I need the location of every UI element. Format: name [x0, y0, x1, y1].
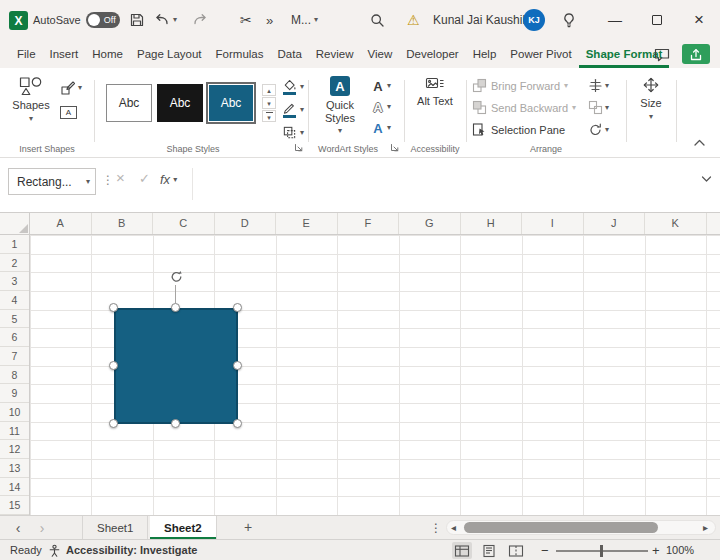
row-header-10[interactable]: 10: [0, 403, 29, 422]
column-header-f[interactable]: F: [338, 213, 400, 234]
resize-handle-e[interactable]: [233, 361, 242, 370]
zoom-out-button[interactable]: −: [541, 543, 549, 558]
send-backward-button[interactable]: Send Backward ▾: [472, 98, 576, 117]
share-button[interactable]: [682, 44, 710, 64]
row-header-8[interactable]: 8: [0, 366, 29, 385]
bring-forward-button[interactable]: Bring Forward ▾: [472, 76, 576, 95]
collapse-ribbon-button[interactable]: [690, 135, 708, 149]
scroll-left-button[interactable]: ◂: [451, 522, 456, 533]
excel-logo-icon[interactable]: X: [9, 11, 28, 30]
column-header-d[interactable]: D: [215, 213, 277, 234]
page-break-view-button[interactable]: [506, 542, 526, 559]
autosave-control[interactable]: AutoSave Off: [33, 12, 120, 28]
add-sheet-button[interactable]: +: [244, 519, 252, 535]
expand-formula-bar-button[interactable]: [701, 175, 712, 183]
row-header-12[interactable]: 12: [0, 440, 29, 459]
column-header-h[interactable]: H: [461, 213, 523, 234]
previous-sheet-button[interactable]: ‹: [8, 517, 28, 539]
autosave-toggle[interactable]: Off: [86, 12, 120, 28]
tab-home[interactable]: Home: [85, 40, 130, 68]
formula-input[interactable]: [193, 166, 694, 202]
column-header-b[interactable]: B: [92, 213, 154, 234]
text-outline-button[interactable]: A ▾: [372, 98, 391, 116]
close-button[interactable]: ×: [682, 0, 716, 40]
row-header-3[interactable]: 3: [0, 272, 29, 291]
size-button[interactable]: Size ▾: [628, 76, 674, 140]
cancel-entry-button[interactable]: ×: [116, 169, 125, 186]
tab-data[interactable]: Data: [271, 40, 309, 68]
sheet-tab-sheet1[interactable]: Sheet1: [82, 516, 148, 539]
cut-button[interactable]: ✂: [240, 8, 252, 32]
tab-insert[interactable]: Insert: [43, 40, 86, 68]
column-header-a[interactable]: A: [30, 213, 92, 234]
horizontal-scrollbar-thumb[interactable]: [464, 522, 658, 533]
accessibility-status[interactable]: Accessibility: Investigate: [66, 544, 197, 556]
confirm-entry-button[interactable]: ✓: [139, 171, 150, 186]
column-header-e[interactable]: E: [276, 213, 338, 234]
avatar[interactable]: KJ: [523, 9, 545, 31]
row-header-15[interactable]: 15: [0, 496, 29, 515]
zoom-slider[interactable]: [556, 550, 648, 552]
account-name[interactable]: Kunal Jai Kaushik: [433, 8, 528, 32]
normal-view-button[interactable]: [452, 542, 472, 559]
zoom-in-button[interactable]: +: [652, 543, 660, 558]
selected-rectangle-shape[interactable]: [114, 308, 238, 424]
alt-text-button[interactable]: Alt Text: [413, 76, 457, 140]
rotate-button[interactable]: ▾: [588, 120, 609, 139]
redo-button[interactable]: [192, 8, 208, 32]
insert-function-button[interactable]: fx ▾: [160, 172, 177, 187]
tab-formulas[interactable]: Formulas: [209, 40, 271, 68]
zoom-slider-thumb[interactable]: [600, 545, 603, 557]
shape-effects-button[interactable]: ▾: [282, 123, 304, 142]
row-header-1[interactable]: 1: [0, 235, 29, 254]
tab-page-layout[interactable]: Page Layout: [130, 40, 209, 68]
sheet-tab-sheet2-active[interactable]: Sheet2: [150, 516, 217, 539]
gallery-up-button[interactable]: ▴: [262, 84, 276, 96]
row-header-5[interactable]: 5: [0, 310, 29, 329]
resize-handle-se[interactable]: [233, 419, 242, 428]
warning-button[interactable]: ⚠: [407, 8, 420, 32]
next-sheet-button[interactable]: ›: [32, 517, 52, 539]
row-header-6[interactable]: 6: [0, 328, 29, 347]
tab-developer[interactable]: Developer: [399, 40, 465, 68]
tab-file[interactable]: File: [10, 40, 43, 68]
zoom-level[interactable]: 100%: [666, 544, 694, 556]
scroll-right-button[interactable]: ▸: [703, 522, 708, 533]
row-header-11[interactable]: 11: [0, 422, 29, 441]
selection-pane-button[interactable]: Selection Pane: [472, 120, 576, 139]
select-all-corner[interactable]: [0, 213, 30, 235]
column-header-j[interactable]: J: [584, 213, 646, 234]
text-effects-button[interactable]: A ▾: [372, 119, 391, 137]
gallery-down-button[interactable]: ▾: [262, 97, 276, 109]
shape-style-option-3-selected[interactable]: Abc: [208, 84, 254, 122]
search-button[interactable]: [369, 8, 385, 32]
edit-shape-button[interactable]: ▾: [60, 80, 82, 96]
undo-button[interactable]: ▾: [154, 8, 177, 32]
shapes-button[interactable]: Shapes ▾: [8, 76, 54, 140]
resize-handle-n[interactable]: [171, 303, 180, 312]
shape-style-option-1[interactable]: Abc: [106, 84, 152, 122]
tab-help[interactable]: Help: [466, 40, 504, 68]
row-header-9[interactable]: 9: [0, 384, 29, 403]
align-button[interactable]: ▾: [588, 76, 609, 95]
wordart-dialog-launcher[interactable]: [388, 141, 400, 153]
name-box[interactable]: Rectang... ▾: [8, 168, 96, 195]
save-button[interactable]: [129, 8, 145, 32]
text-box-button[interactable]: A: [60, 106, 77, 119]
shape-outline-button[interactable]: ▾: [282, 100, 304, 119]
shape-styles-dialog-launcher[interactable]: [292, 141, 304, 153]
resize-handle-ne[interactable]: [233, 303, 242, 312]
shape-fill-button[interactable]: ▾: [282, 77, 304, 96]
resize-handle-w[interactable]: [109, 361, 118, 370]
tab-power-pivot[interactable]: Power Pivot: [503, 40, 578, 68]
row-header-7[interactable]: 7: [0, 347, 29, 366]
row-header-4[interactable]: 4: [0, 291, 29, 310]
minimize-button[interactable]: —: [598, 0, 632, 40]
text-fill-button[interactable]: A ▾: [372, 77, 391, 95]
shape-style-option-2[interactable]: Abc: [157, 84, 203, 122]
tab-view[interactable]: View: [361, 40, 400, 68]
row-header-2[interactable]: 2: [0, 254, 29, 273]
gallery-more-button[interactable]: ▾: [262, 110, 276, 122]
name-box-resize-handle[interactable]: ⋮: [102, 173, 114, 187]
toolbar-overflow-button[interactable]: »: [266, 8, 273, 32]
